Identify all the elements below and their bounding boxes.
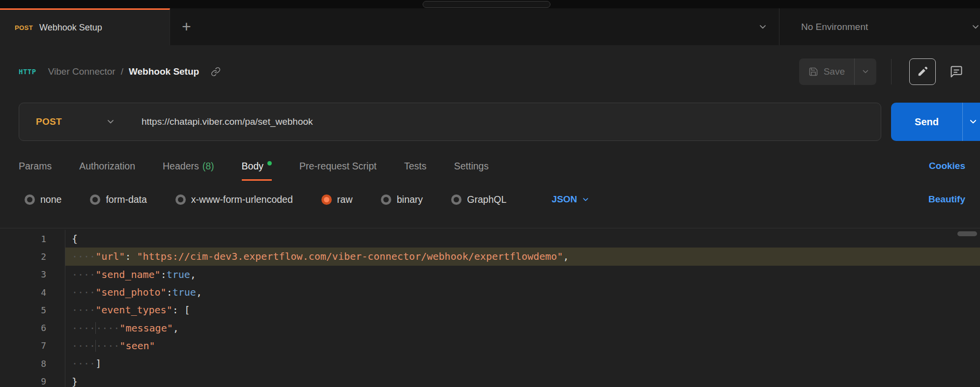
code-token: "seen"	[119, 340, 155, 352]
body-type-none[interactable]: none	[25, 194, 61, 205]
code-token: ,	[196, 286, 202, 298]
cookies-link[interactable]: Cookies	[929, 151, 965, 181]
tab-body[interactable]: Body	[242, 151, 272, 181]
save-options-chevron[interactable]	[854, 58, 876, 85]
breadcrumb-request-name[interactable]: Webhook Setup	[129, 66, 199, 77]
code-text: ····"event_types": [	[65, 301, 980, 319]
code-token: :	[167, 286, 173, 298]
code-text: ········"seen"	[65, 337, 980, 355]
save-button[interactable]: Save	[799, 58, 854, 85]
tab-authorization[interactable]: Authorization	[79, 151, 135, 181]
whitespace-dots: ····	[72, 322, 95, 334]
line-number: 3	[0, 266, 65, 283]
save-split-button: Save	[799, 58, 876, 85]
request-header-row: HTTP Viber Connector / Webhook Setup Sav…	[0, 45, 980, 98]
code-text: ····"url": "https://cim-dev3.expertflow.…	[65, 248, 980, 265]
code-token: ]	[95, 358, 101, 369]
code-line: 3 ····"send_name":true,	[0, 266, 980, 283]
line-number: 6	[0, 319, 65, 336]
whitespace-dots: ····	[72, 340, 95, 352]
tab-webhook-setup[interactable]: POST Webhook Setup	[0, 8, 170, 45]
body-type-form-data[interactable]: form-data	[90, 194, 146, 205]
code-token: "send_name"	[95, 269, 160, 280]
header-actions: Save	[799, 58, 967, 85]
tab-headers[interactable]: Headers (8)	[163, 151, 214, 181]
tab-tests[interactable]: Tests	[404, 151, 427, 181]
chevron-down-icon	[582, 196, 589, 203]
send-split-button: Send	[891, 103, 980, 141]
url-input[interactable]: https://chatapi.viber.com/pa/set_webhook	[142, 116, 881, 127]
code-text: ········"message",	[65, 319, 980, 336]
method-dropdown[interactable]: POST	[19, 116, 130, 127]
raw-format-label: JSON	[552, 194, 577, 205]
global-search-input[interactable]	[423, 1, 550, 8]
radio-icon	[381, 194, 391, 205]
tab-list-chevron-icon[interactable]	[758, 23, 767, 31]
line-number: 9	[0, 372, 65, 387]
code-token: :	[125, 250, 137, 262]
tab-settings[interactable]: Settings	[454, 151, 489, 181]
code-text: }	[65, 372, 980, 387]
code-token: "https://cim-dev3.expertflow.com/viber-c…	[137, 250, 563, 262]
beautify-link[interactable]: Beautify	[928, 194, 965, 205]
link-icon[interactable]	[211, 67, 221, 77]
code-text: ····"send_name":true,	[65, 266, 980, 283]
body-type-raw[interactable]: raw	[321, 194, 352, 205]
code-token: [	[184, 304, 190, 316]
line-number: 5	[0, 301, 65, 319]
whitespace-dots: ····	[72, 250, 95, 262]
body-type-urlencoded[interactable]: x-www-form-urlencoded	[175, 194, 293, 205]
breadcrumb-collection[interactable]: Viber Connector	[48, 66, 115, 77]
send-button[interactable]: Send	[891, 103, 962, 141]
code-token: ,	[173, 322, 179, 334]
save-icon	[808, 67, 818, 77]
tab-params[interactable]: Params	[19, 151, 52, 181]
code-token: "url"	[95, 250, 125, 262]
edit-documentation-button[interactable]	[909, 58, 936, 85]
code-line: 7 ········"seen"	[0, 337, 980, 355]
radio-icon	[175, 194, 186, 205]
body-type-row: none form-data x-www-form-urlencoded raw…	[0, 186, 980, 213]
request-tabs: Params Authorization Headers (8) Body Pr…	[0, 151, 980, 181]
tab-strip: POST Webhook Setup + No Environment	[0, 8, 980, 45]
code-text: ····"send_photo":true,	[65, 283, 980, 301]
environment-label: No Environment	[801, 22, 971, 32]
whitespace-dots: ····	[95, 322, 119, 334]
line-number: 7	[0, 337, 65, 355]
code-token: "event_types"	[95, 304, 173, 316]
new-tab-button[interactable]: +	[182, 20, 191, 34]
code-text: {	[65, 230, 980, 248]
code-token: true	[173, 286, 196, 298]
tab-method-badge: POST	[15, 24, 33, 31]
code-line: 1 {	[0, 230, 980, 248]
editor-scrollbar-thumb[interactable]	[957, 231, 977, 236]
titlebar	[0, 0, 980, 8]
chevron-down-icon	[862, 68, 869, 76]
method-chevron-icon	[106, 117, 115, 126]
code-line-highlighted: 2 ····"url": "https://cim-dev3.expertflo…	[0, 248, 980, 265]
code-line: 6 ········"message",	[0, 319, 980, 336]
send-options-chevron[interactable]	[962, 103, 980, 141]
code-token: true	[167, 269, 190, 280]
code-token: ,	[190, 269, 196, 280]
code-token: {	[72, 233, 78, 245]
pencil-icon	[917, 66, 928, 78]
whitespace-dots: ····	[95, 340, 119, 352]
body-type-graphql[interactable]: GraphQL	[451, 194, 506, 205]
code-token: "send_photo"	[95, 286, 167, 298]
comments-button[interactable]	[946, 61, 967, 83]
code-line: 8 ····]	[0, 355, 980, 372]
body-type-binary[interactable]: binary	[381, 194, 423, 205]
tab-pre-request-script[interactable]: Pre-request Script	[299, 151, 376, 181]
raw-format-dropdown[interactable]: JSON	[552, 194, 590, 205]
radio-icon	[25, 194, 35, 205]
body-code-editor[interactable]: 1 { 2 ····"url": "https://cim-dev3.exper…	[0, 228, 980, 387]
environment-selector[interactable]: No Environment	[779, 8, 980, 45]
code-line: 4 ····"send_photo":true,	[0, 283, 980, 301]
code-token: }	[72, 376, 78, 387]
header-actions-divider	[891, 59, 892, 84]
save-button-label: Save	[824, 66, 845, 77]
code-token: :	[173, 304, 184, 316]
code-line: 5 ····"event_types": [	[0, 301, 980, 319]
tab-title: Webhook Setup	[39, 23, 102, 33]
